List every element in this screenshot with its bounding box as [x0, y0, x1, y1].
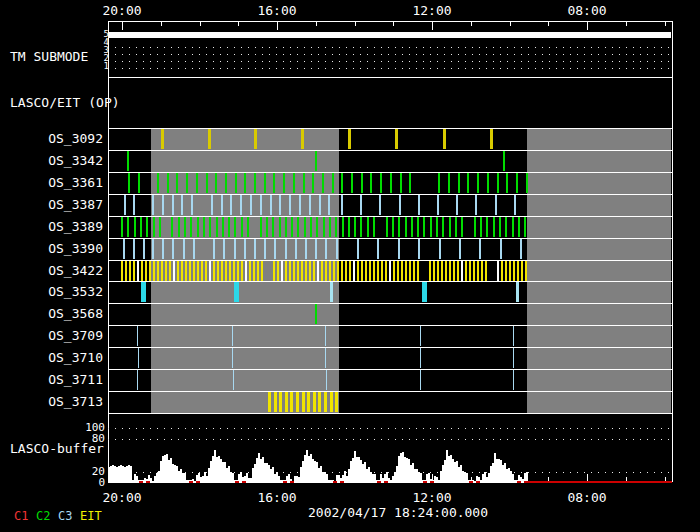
time-label-top: 16:00	[247, 3, 307, 18]
os-tick	[273, 261, 275, 281]
os-tick	[303, 173, 305, 193]
time-label-bottom: 12:00	[402, 490, 462, 505]
os-tick	[490, 129, 493, 149]
os-tick	[232, 348, 233, 368]
os-tick	[313, 392, 316, 412]
os-tick	[417, 261, 419, 281]
buffer-axis-white	[108, 482, 527, 483]
os-tick	[301, 261, 303, 281]
os-tick	[290, 392, 293, 412]
os-tick	[161, 261, 163, 281]
buffer-red-dash	[340, 481, 344, 483]
os-tick	[401, 261, 403, 281]
os-tick	[228, 217, 230, 237]
os-tick	[357, 239, 359, 259]
os-tick	[467, 173, 469, 193]
os-tick	[487, 173, 489, 193]
row-label: OS_3710	[0, 351, 103, 365]
os-tick	[134, 217, 136, 237]
os-tick	[413, 261, 415, 281]
os-tick	[217, 261, 219, 281]
os-row-separator	[108, 303, 672, 304]
os-tick	[296, 392, 299, 412]
row-label: OS_3713	[0, 395, 103, 409]
os-tick	[127, 217, 129, 237]
os-tick	[274, 239, 276, 259]
buffer-red-dash	[333, 481, 337, 483]
axis-tick-top	[200, 22, 201, 26]
os-tick	[138, 173, 140, 193]
tm-dotted-level	[108, 47, 672, 48]
os-tick	[409, 261, 411, 281]
os-tick	[420, 370, 421, 390]
os-tick	[205, 261, 207, 281]
os-tick	[441, 261, 443, 281]
os-tick	[348, 217, 350, 237]
os-tick	[181, 195, 183, 215]
os-tick	[299, 195, 301, 215]
os-tick	[232, 326, 233, 346]
os-tick	[328, 195, 330, 215]
buffer-red-dash	[189, 481, 193, 483]
os-tick	[469, 261, 471, 281]
os-tick	[521, 261, 523, 281]
axis-tick-top	[161, 22, 162, 26]
os-tick	[503, 151, 505, 171]
os-tick	[216, 217, 218, 237]
os-tick	[309, 195, 311, 215]
os-tick	[461, 261, 463, 281]
os-tick	[493, 217, 495, 237]
os-tick	[361, 173, 363, 193]
os-tick	[436, 217, 438, 237]
os-tick	[233, 370, 234, 390]
legend-c1: C1	[14, 509, 28, 523]
os-tick	[379, 195, 381, 215]
os-tick	[335, 392, 338, 412]
buffer-red-dash	[423, 481, 427, 483]
os-tick	[273, 173, 275, 193]
axis-tick-top	[393, 22, 394, 26]
os-tick	[153, 261, 155, 281]
op-panel-label: LASCO/EIT (OP)	[10, 96, 110, 110]
time-label-top: 20:00	[92, 3, 152, 18]
os-tick	[499, 217, 501, 237]
row-label: OS_3342	[0, 154, 103, 168]
os-tick	[422, 282, 427, 302]
os-tick	[223, 239, 225, 259]
os-tick	[241, 217, 243, 237]
os-tick	[341, 195, 343, 215]
os-tick	[411, 217, 413, 237]
os-tick	[433, 261, 435, 281]
os-tick	[266, 217, 268, 237]
os-tick	[157, 173, 159, 193]
os-tick	[167, 173, 169, 193]
os-tick	[380, 173, 382, 193]
os-tick	[140, 217, 142, 237]
os-tick	[213, 239, 215, 259]
os-tick	[152, 239, 154, 259]
os-tick	[325, 261, 327, 281]
os-tick	[418, 239, 420, 259]
buffer-gridline	[108, 428, 672, 429]
os-tick	[316, 217, 318, 237]
os-tick	[313, 261, 315, 281]
row-label: OS_3092	[0, 132, 103, 146]
os-tick	[153, 217, 155, 237]
os-tick	[249, 261, 251, 281]
os-tick	[360, 195, 362, 215]
os-tick	[389, 261, 391, 281]
os-tick	[191, 195, 193, 215]
os-tick	[305, 261, 307, 281]
os-tick	[285, 217, 287, 237]
os-tick	[321, 261, 323, 281]
row-label: OS_3568	[0, 307, 103, 321]
os-tick	[386, 217, 388, 237]
os-tick	[241, 261, 243, 281]
os-tick	[221, 195, 223, 215]
os-tick	[312, 173, 314, 193]
os-tick	[197, 217, 199, 237]
os-tick	[480, 217, 482, 237]
os-tick	[173, 261, 175, 281]
axis-tick-top	[471, 22, 472, 26]
os-tick	[215, 173, 217, 193]
